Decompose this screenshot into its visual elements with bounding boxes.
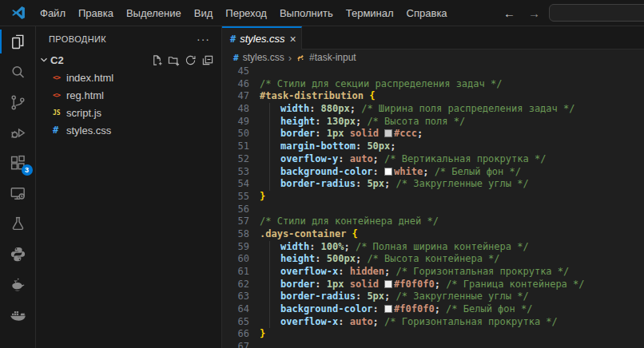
breadcrumb: # styles.css › #task-input xyxy=(222,49,644,65)
token: : xyxy=(315,128,326,139)
code-line-59[interactable]: 59width: 100%; /* Полная ширина контейне… xyxy=(222,241,644,254)
code-line-66[interactable]: 66} xyxy=(222,328,644,341)
indent-guide xyxy=(269,303,270,316)
extensions-icon[interactable]: 3 xyxy=(0,148,36,178)
code-line-47[interactable]: 47#task-distribution { xyxy=(222,90,644,103)
code-line-50[interactable]: 50border: 1px solid #ccc; xyxy=(222,128,644,140)
file-label: reg.html xyxy=(66,89,104,101)
breadcrumb-symbol[interactable]: #task-input xyxy=(309,52,356,63)
file-row-index.html[interactable]: <>index.html xyxy=(36,69,221,86)
code-line-58[interactable]: 58.days-container { xyxy=(222,228,644,241)
token: background-color xyxy=(280,166,373,177)
line-number: 50 xyxy=(222,128,260,140)
code-line-48[interactable]: 48width: 880px; /* Ширина поля распредел… xyxy=(222,103,644,116)
indent-guide xyxy=(269,153,270,166)
token: /* Ширина поля распределения задач */ xyxy=(361,103,574,114)
code-line-53[interactable]: 53background-color: white; /* Белый фон … xyxy=(222,166,644,179)
explorer-icon[interactable] xyxy=(0,26,36,57)
code-line-63[interactable]: 63border-radius: 5px; /* Закругленные уг… xyxy=(222,291,644,303)
token: 100% xyxy=(321,241,344,252)
token: ; xyxy=(373,153,384,164)
activity-bar: 3 xyxy=(0,26,36,348)
file-row-script.js[interactable]: JSscript.js xyxy=(36,104,221,121)
token: #f0f0f0 xyxy=(394,303,435,314)
menu-item[interactable]: Выполнить xyxy=(273,0,340,26)
code-line-49[interactable]: 49height: 130px; /* Высота поля */ xyxy=(222,116,644,129)
menu-bar: ФайлПравкаВыделениеВидПереходВыполнитьТе… xyxy=(34,0,454,26)
code-text: border-radius: 5px; /* Закругленные углы… xyxy=(260,178,529,191)
code-line-55[interactable]: 55} xyxy=(222,191,644,204)
code-text: /* Стили для секции распределения задач … xyxy=(260,78,502,91)
new-file-icon[interactable] xyxy=(151,54,163,66)
code-text: width: 880px; /* Ширина поля распределен… xyxy=(260,103,574,116)
code-line-64[interactable]: 64background-color: #f0f0f0; /* Белый фо… xyxy=(222,303,644,316)
token: : xyxy=(315,116,326,127)
token: /* Вертикальная прокрутка */ xyxy=(384,153,546,164)
menu-item[interactable]: Терминал xyxy=(340,0,400,26)
code-line-52[interactable]: 52overflow-y: auto; /* Вертикальная прок… xyxy=(222,153,644,166)
html-file-icon: <> xyxy=(53,73,66,81)
folder-row-c2[interactable]: C2 xyxy=(36,51,221,69)
token: /* Горизонтальная прокрутка */ xyxy=(396,266,570,277)
genie-lamp-icon[interactable] xyxy=(0,269,36,299)
collapse-all-icon[interactable] xyxy=(201,54,213,66)
code-line-46[interactable]: 46/* Стили для секции распределения зада… xyxy=(222,78,644,91)
code-line-61[interactable]: 61overflow-x: hidden; /* Горизонтальная … xyxy=(222,266,644,279)
token: 1px xyxy=(327,128,344,139)
token: #task-distribution xyxy=(260,90,364,101)
indent-guide xyxy=(269,253,270,266)
code-area[interactable]: 4546/* Стили для секции распределения за… xyxy=(222,65,644,348)
python-icon[interactable] xyxy=(0,239,36,269)
code-line-62[interactable]: 62border: 1px solid #f0f0f0; /* Граница … xyxy=(222,279,644,291)
file-row-reg.html[interactable]: <>reg.html xyxy=(36,86,221,104)
code-line-57[interactable]: 57/* Стили для контейнера дней */ xyxy=(222,216,644,228)
menu-item[interactable]: Выделение xyxy=(120,0,188,26)
line-number: 47 xyxy=(222,90,260,103)
line-number: 63 xyxy=(222,291,260,303)
code-text: background-color: white; /* Белый фон */ xyxy=(260,166,521,179)
code-line-51[interactable]: 51margin-bottom: 50px; xyxy=(222,140,644,153)
code-line-54[interactable]: 54border-radius: 5px; /* Закругленные уг… xyxy=(222,178,644,191)
token xyxy=(346,228,352,239)
line-number: 57 xyxy=(222,216,260,228)
new-folder-icon[interactable] xyxy=(168,54,180,66)
testing-icon[interactable] xyxy=(0,208,36,239)
remote-explorer-icon[interactable] xyxy=(0,178,36,208)
code-text: border-radius: 5px; /* Закругленные углы… xyxy=(260,291,529,303)
menu-item[interactable]: Вид xyxy=(188,0,220,26)
token: ; xyxy=(384,178,396,189)
menu-item[interactable]: Правка xyxy=(72,0,120,26)
code-line-56[interactable]: 56 xyxy=(222,204,644,216)
line-number: 62 xyxy=(222,279,260,291)
token: /* Граница контейнера */ xyxy=(446,279,584,290)
search-icon[interactable] xyxy=(0,57,36,87)
docker-icon[interactable] xyxy=(0,299,36,330)
menu-item[interactable]: Переход xyxy=(219,0,273,26)
line-number: 51 xyxy=(222,140,260,153)
refresh-icon[interactable] xyxy=(185,54,197,66)
file-row-styles.css[interactable]: #styles.css xyxy=(36,121,221,139)
back-arrow-icon[interactable]: ← xyxy=(503,6,515,20)
menu-item[interactable]: Файл xyxy=(34,0,72,26)
code-line-65[interactable]: 65overflow-x: auto; /* Горизонтальная пр… xyxy=(222,316,644,329)
command-center-search[interactable] xyxy=(549,4,644,22)
token: /* Высота поля */ xyxy=(367,116,465,127)
menu-item[interactable]: Справка xyxy=(400,0,454,26)
breadcrumb-file[interactable]: styles.css xyxy=(243,52,284,63)
token: 50px xyxy=(367,140,390,152)
explorer-header: ПРОВОДНИК ··· xyxy=(36,26,221,51)
run-and-debug-icon[interactable] xyxy=(0,117,36,148)
forward-arrow-icon[interactable]: → xyxy=(528,6,540,20)
token: solid xyxy=(350,279,379,290)
breadcrumb-separator: › xyxy=(288,52,292,64)
code-line-67[interactable]: 67 xyxy=(222,341,644,348)
token: border-radius xyxy=(280,291,356,302)
vscode-logo-icon xyxy=(10,5,26,21)
code-line-45[interactable]: 45 xyxy=(222,65,644,78)
close-tab-icon[interactable]: × xyxy=(290,33,296,45)
tab-styles-css[interactable]: # styles.css × xyxy=(222,26,302,49)
more-actions-icon[interactable]: ··· xyxy=(197,33,210,45)
source-control-icon[interactable] xyxy=(0,87,36,117)
indent-guide xyxy=(269,178,270,191)
code-line-60[interactable]: 60height: 500px; /* Высота контейнера */ xyxy=(222,253,644,266)
